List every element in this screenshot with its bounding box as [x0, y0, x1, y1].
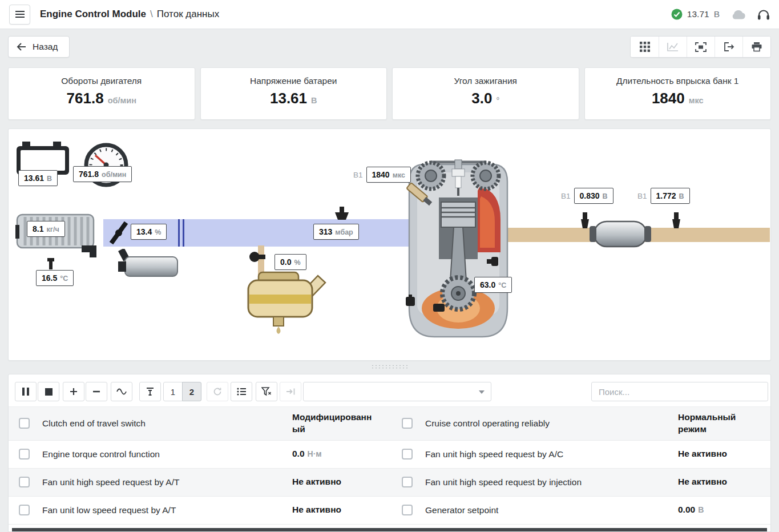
top-bar: Engine Control Module\Поток данных 13.71…	[0, 0, 779, 29]
cloud-sync-icon[interactable]	[731, 10, 746, 19]
knock-sensor-icon	[487, 257, 498, 266]
filter-x-icon	[261, 387, 272, 396]
hamburger-menu-button[interactable]	[9, 5, 30, 25]
headphones-icon[interactable]	[757, 9, 770, 20]
check-circle-icon	[671, 9, 683, 20]
minus-button[interactable]	[86, 382, 107, 401]
cam-sensor-icon	[433, 304, 445, 312]
metric-unit: мкс	[689, 96, 704, 105]
table-cell: Cruise control operating reliably Нормал…	[386, 407, 770, 440]
table-row: Clutch end of travel switch Модифицирова…	[9, 407, 770, 441]
catalytic-converter-icon	[588, 219, 652, 249]
row-checkbox[interactable]	[19, 449, 30, 460]
page-title: Engine Control Module\Поток данных	[40, 9, 219, 20]
row-checkbox[interactable]	[19, 505, 30, 515]
param-value: 0.00В	[678, 504, 764, 516]
signal-view-button[interactable]	[111, 382, 132, 401]
metric-value: 13.61	[270, 90, 307, 107]
minus-icon	[92, 390, 100, 393]
plus-icon	[70, 388, 78, 396]
fit-screen-button[interactable]	[687, 37, 715, 57]
manifold-pressure-label: 313мбар	[313, 224, 359, 240]
engine-block-graphic	[390, 156, 527, 345]
param-name: Cruise control operating reliably	[425, 418, 678, 429]
stop-icon	[45, 388, 53, 396]
parameter-table: Clutch end of travel switch Модифицирова…	[9, 406, 770, 525]
refresh-icon	[213, 387, 222, 396]
refresh-button[interactable]	[207, 382, 228, 401]
param-name: Fan unit high speed request by A/C	[425, 449, 678, 460]
back-button[interactable]: Назад	[8, 36, 70, 58]
data-table-panel: 1 2 Clutch end of travel switch Модифици…	[8, 374, 771, 532]
align-top-button[interactable]	[139, 382, 161, 401]
print-button[interactable]	[742, 37, 770, 57]
row-checkbox[interactable]	[19, 477, 30, 487]
metric-value: 1840	[652, 90, 685, 107]
metric-cards: Обороты двигателя 761.8об/мин Напряжение…	[8, 67, 771, 120]
page-2-button[interactable]: 2	[182, 382, 201, 401]
goto-end-button[interactable]	[280, 382, 301, 401]
view-toolbar	[630, 36, 771, 58]
clear-filter-button[interactable]	[256, 382, 277, 401]
export-icon	[724, 42, 734, 51]
mass-air-flow-label: 8.1кг/ч	[27, 221, 65, 237]
row-checkbox[interactable]	[402, 449, 413, 460]
select-value	[304, 382, 317, 392]
table-cell: Fan unit high speed request by A/T Не ак…	[9, 469, 386, 496]
row-checkbox[interactable]	[19, 418, 30, 429]
grid-icon	[640, 42, 650, 52]
param-value: Не активно	[678, 448, 764, 460]
row-checkbox[interactable]	[402, 418, 413, 429]
chart-view-button[interactable]	[659, 37, 687, 57]
row-checkbox[interactable]	[402, 477, 413, 487]
metric-card-injection: Длительность впрыска банк 1 1840мкс	[584, 67, 772, 120]
plus-button[interactable]	[63, 382, 84, 401]
purge-valve-icon	[248, 250, 265, 264]
page-1-button[interactable]: 1	[163, 382, 183, 401]
table-row: Fan unit high speed request by A/T Не ак…	[9, 469, 770, 497]
o2-downstream-label: B1 1.772В	[637, 188, 690, 204]
hamburger-icon	[15, 10, 25, 18]
param-name: Clutch end of travel switch	[42, 418, 292, 429]
grid-view-button[interactable]	[631, 37, 659, 57]
wave-icon	[116, 388, 127, 395]
splitter-handle[interactable]	[371, 364, 409, 369]
metric-card-rpm: Обороты двигателя 761.8об/мин	[8, 67, 195, 120]
align-top-icon	[146, 387, 155, 396]
purge-valve-label: 0.0%	[275, 254, 306, 270]
print-icon	[751, 42, 762, 52]
chevron-down-icon	[479, 390, 485, 394]
metric-unit: °	[496, 96, 499, 105]
coolant-temp-label: 63.0°C	[474, 277, 512, 293]
idle-air-valve-icon	[116, 249, 183, 279]
battery-voltage-status-unit: В	[714, 9, 720, 19]
pause-button[interactable]	[15, 382, 37, 401]
stop-button[interactable]	[38, 382, 59, 401]
param-value: Модифицированный	[292, 412, 378, 436]
page-title-section: Поток данных	[157, 9, 219, 19]
engine-diagram-panel: 13.61В 761.8об/мин 8.1кг/ч 16.5°C 13.4% …	[8, 128, 771, 361]
export-button[interactable]	[715, 37, 742, 57]
intake-temp-sensor-icon	[46, 258, 55, 269]
pause-icon	[22, 388, 29, 396]
list-view-button[interactable]	[231, 382, 252, 401]
panel-splitter	[0, 364, 779, 370]
parameter-group-select[interactable]	[303, 382, 491, 401]
param-value: Не активно	[678, 476, 764, 488]
throttle-position-label: 13.4%	[131, 224, 167, 240]
table-cell: Clutch end of travel switch Модифицирова…	[9, 407, 386, 440]
map-sensor-icon	[334, 207, 350, 220]
throttle-icon	[106, 219, 131, 248]
line-chart-icon	[667, 42, 679, 51]
battery-voltage-label: 13.61В	[18, 170, 58, 186]
metric-title: Напряжение батареи	[201, 76, 387, 86]
back-button-label: Назад	[33, 42, 58, 52]
row-checkbox[interactable]	[402, 505, 413, 515]
param-value: Нормальный режим	[678, 412, 764, 436]
injection-duration-label: B1 1840мкс	[353, 167, 411, 183]
search-input[interactable]	[591, 382, 768, 401]
back-arrow-icon	[17, 43, 26, 51]
o2-sensor-downstream-icon	[671, 212, 682, 229]
table-cell: Fan unit low speed request by A/T Не акт…	[9, 497, 386, 524]
throttle-plate-mark	[183, 219, 184, 247]
